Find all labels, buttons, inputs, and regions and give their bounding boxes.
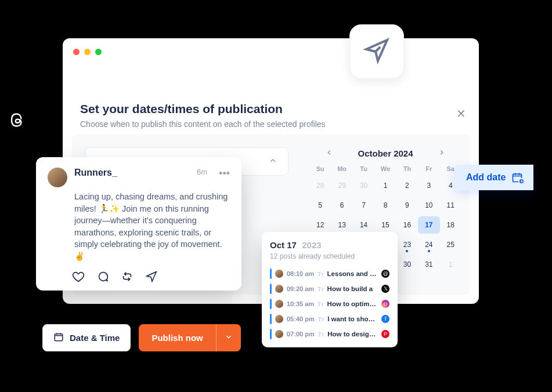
x-icon: 𝕏 [381,285,389,293]
row-accent [270,268,272,279]
svg-rect-3 [55,334,63,341]
modal-subtitle: Choose when to publish this content on e… [80,119,326,129]
calendar-month-label: October 2024 [358,148,413,158]
publish-button-group: Date & Time Publish now [42,324,241,351]
calendar-day[interactable]: 10 [418,197,439,214]
calendar-day[interactable]: 25 [440,236,461,253]
window-minimize-dot[interactable] [84,49,91,55]
post-preview-card: Runners_ 6m ••• Lacing up, chasing dream… [36,157,241,291]
threads-icon [5,108,29,132]
window-zoom-dot[interactable] [95,49,102,55]
instagram-icon: ◎ [381,300,389,308]
modal-title: Set your dates/times of publication [80,102,326,116]
calendar-next-button[interactable] [438,148,446,158]
text-type-icon: Tт [318,331,324,337]
scheduled-post-row[interactable]: 08:10 amTтLessons and insight@ [270,266,389,281]
row-accent [270,314,272,324]
calendar-add-icon: + [511,172,523,183]
post-title: How to design your [327,331,378,337]
paper-plane-icon [363,37,391,67]
avatar [275,285,283,293]
text-type-icon: Tт [318,316,324,322]
post-time: 08:10 am [287,270,314,277]
scheduled-post-row[interactable]: 09:20 amTтHow to build a𝕏 [270,281,389,296]
calendar-day[interactable]: 6 [331,197,352,214]
post-more-button[interactable]: ••• [219,168,230,180]
calendar-day[interactable]: 16 [396,216,418,234]
add-date-button[interactable]: Add date + [454,165,533,190]
post-username[interactable]: Runners_ [74,168,117,178]
chevron-up-icon [268,156,277,167]
popover-year: 2023 [302,240,321,250]
day-schedule-popover: Oct 17 2023 12 posts already scheduled 0… [262,232,398,347]
publish-dropdown-button[interactable] [216,324,241,351]
calendar-day[interactable]: 2 [396,177,418,194]
post-title: How to optimize [327,300,378,307]
text-type-icon: Tт [318,286,323,292]
chevron-down-icon [225,333,233,343]
calendar-day[interactable]: 7 [353,197,374,214]
scheduled-post-row[interactable]: 05:40 pmTтI want to show youf [270,311,389,326]
calendar-day[interactable]: 5 [309,197,331,214]
calendar-day[interactable]: 1 [374,177,396,194]
calendar-dow: Th [396,165,418,175]
calendar-day[interactable]: 17 [418,216,439,234]
calendar-dow: Mo [331,165,352,175]
calendar-dow: Su [309,165,331,175]
publish-now-button[interactable]: Publish now [139,324,215,351]
calendar-prev-button[interactable] [325,148,333,158]
calendar-day[interactable]: 31 [418,256,439,273]
avatar [275,270,283,278]
pinterest-icon: P [381,330,389,338]
calendar-day[interactable]: 28 [309,177,331,194]
calendar-day[interactable]: 12 [309,216,331,234]
avatar [275,330,283,338]
calendar-day[interactable]: 18 [440,216,461,234]
add-date-label: Add date [466,172,506,183]
post-title: I want to show you [327,315,378,322]
avatar [48,168,67,187]
comment-icon[interactable] [96,270,109,285]
share-icon[interactable] [145,270,158,285]
post-body: Lacing up, chasing dreams, and crushing … [74,191,230,262]
post-time: 05:40 pm [287,315,315,322]
calendar-dow: We [374,165,396,175]
post-time: 07:00 pm [287,331,315,337]
calendar-day[interactable]: 23 [396,236,418,253]
popover-summary: 12 posts already scheduled [270,252,389,260]
post-time: 09:20 am [287,285,314,292]
calendar-day[interactable]: 24 [418,236,439,253]
popover-date: Oct 17 [270,240,297,250]
facebook-icon: f [381,315,389,323]
calendar-day[interactable]: 14 [353,216,374,234]
post-title: Lessons and insight [327,270,378,277]
post-age: 6m [197,168,207,176]
scheduled-post-row[interactable]: 10:35 amTтHow to optimize◎ [270,296,389,311]
repost-icon[interactable] [121,270,134,285]
calendar-dow: Fr [418,165,439,175]
scheduled-post-row[interactable]: 07:00 pmTтHow to design yourP [270,326,389,342]
threads-icon: @ [381,270,389,278]
calendar-day[interactable]: 3 [418,177,439,194]
calendar-icon [53,332,64,344]
post-title: How to build a [327,285,378,292]
calendar-day[interactable]: 15 [374,216,396,234]
calendar-day[interactable]: 13 [331,216,352,234]
like-icon[interactable] [72,270,85,285]
calendar-day[interactable]: 8 [374,197,396,214]
text-type-icon: Tт [318,271,323,277]
close-icon[interactable]: ✕ [456,107,466,121]
text-type-icon: Tт [318,301,323,307]
calendar-day[interactable]: 1 [440,256,461,273]
date-time-button[interactable]: Date & Time [42,324,131,351]
window-close-dot[interactable] [73,49,80,55]
date-time-label: Date & Time [70,333,120,343]
avatar [275,315,283,323]
calendar-day[interactable]: 30 [353,177,374,194]
row-accent [270,284,272,294]
calendar-day[interactable]: 29 [331,177,352,194]
calendar-day[interactable]: 30 [396,256,418,273]
post-time: 10:35 am [287,300,314,307]
calendar-day[interactable]: 11 [440,197,461,214]
calendar-day[interactable]: 9 [396,197,418,214]
